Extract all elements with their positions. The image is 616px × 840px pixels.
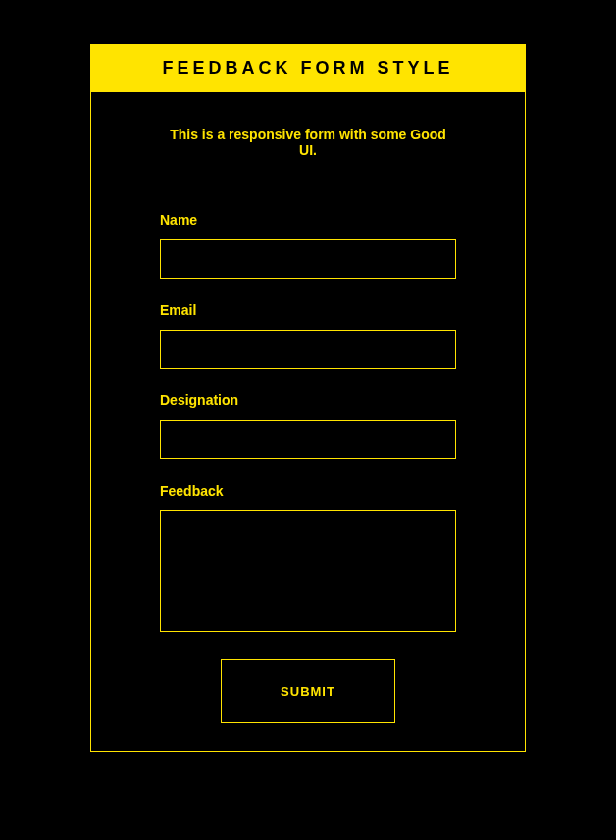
designation-label: Designation: [160, 393, 456, 408]
form-subtitle: This is a responsive form with some Good…: [160, 127, 456, 158]
feedback-form-card: FEEDBACK FORM STYLE This is a responsive…: [90, 44, 526, 752]
name-input[interactable]: [160, 239, 456, 279]
submit-button[interactable]: SUBMIT: [221, 659, 395, 723]
name-label: Name: [160, 212, 456, 228]
form-title: FEEDBACK FORM STYLE: [91, 58, 525, 79]
email-label: Email: [160, 302, 456, 318]
form-group-name: Name: [160, 212, 456, 279]
form-group-designation: Designation: [160, 393, 456, 459]
feedback-label: Feedback: [160, 483, 456, 499]
form-content: This is a responsive form with some Good…: [91, 92, 525, 751]
form-group-email: Email: [160, 302, 456, 369]
feedback-input[interactable]: [160, 510, 456, 632]
email-input[interactable]: [160, 330, 456, 369]
form-header: FEEDBACK FORM STYLE: [91, 44, 525, 92]
designation-input[interactable]: [160, 420, 456, 459]
form-group-feedback: Feedback: [160, 483, 456, 636]
submit-wrapper: SUBMIT: [160, 659, 456, 723]
